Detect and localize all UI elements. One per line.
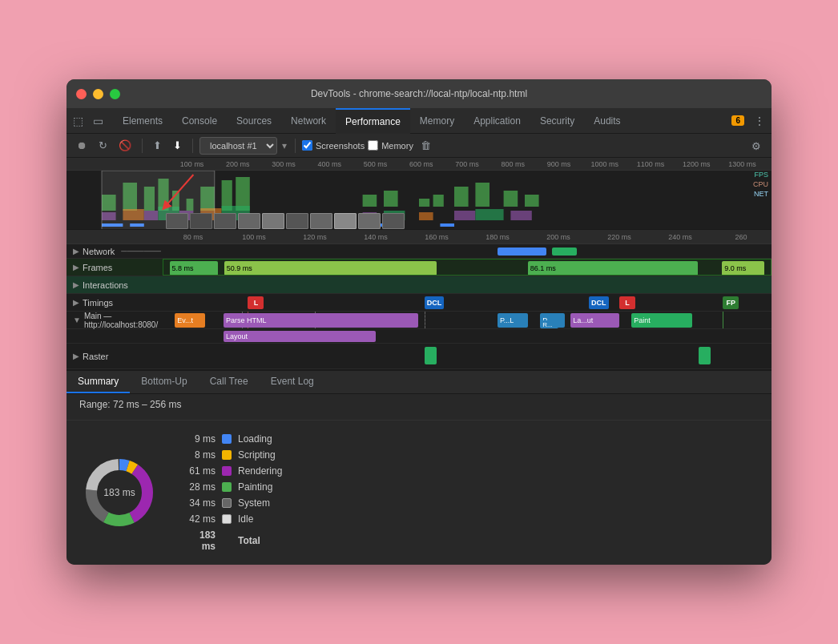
donut-chart: 183 ms xyxy=(79,453,159,533)
stat-painting-dot xyxy=(222,482,232,492)
tab-memory[interactable]: Memory xyxy=(410,108,464,134)
tab-console[interactable]: Console xyxy=(172,108,227,134)
clear-profile-button[interactable]: 🗑 xyxy=(417,137,435,154)
bottom-panel: Summary Bottom-Up Call Tree Event Log Ra… xyxy=(66,369,772,565)
timing-dcl-badge: DCL xyxy=(425,296,445,309)
stat-total-label: Total xyxy=(238,535,260,546)
tab-sources[interactable]: Sources xyxy=(227,108,281,134)
svg-rect-8 xyxy=(236,177,250,211)
ruler-mark-10: 1100 ms xyxy=(627,160,673,168)
frame-block-2[interactable]: 50.9 ms xyxy=(224,261,437,276)
frame-block-1[interactable]: 5.8 ms xyxy=(170,261,219,276)
interactions-label-text: Interactions xyxy=(83,280,128,290)
inspect-icon[interactable]: ⬚ xyxy=(70,111,87,131)
stat-scripting-ms: 8 ms xyxy=(183,449,216,461)
tab-security[interactable]: Security xyxy=(530,108,584,134)
event-parse-html[interactable]: Parse HTML xyxy=(224,313,418,328)
main-mark-3: 140 ms xyxy=(345,233,406,241)
screenshots-checkbox[interactable] xyxy=(302,140,312,151)
screenshots-checkbox-label[interactable]: Screenshots xyxy=(302,140,365,151)
ruler-mark-4: 500 ms xyxy=(353,160,398,168)
screenshots-label: Screenshots xyxy=(316,141,365,151)
main-track-content: Ev...t Parse HTML P...L P... La...ut xyxy=(163,312,772,328)
tab-audits[interactable]: Audits xyxy=(584,108,630,134)
stat-scripting-dot xyxy=(222,450,232,460)
raster-block-1 xyxy=(425,347,437,364)
minimize-button[interactable] xyxy=(93,89,103,99)
raster-content xyxy=(163,344,772,368)
bottom-tab-summary[interactable]: Summary xyxy=(66,371,130,393)
tab-network[interactable]: Network xyxy=(281,108,336,134)
network-label[interactable]: ▶ Network ─────── xyxy=(66,244,163,258)
frames-content[interactable]: 5.8 ms 50.9 ms 86.1 ms 9.0 ms xyxy=(163,259,772,276)
upload-button[interactable]: ⬆ xyxy=(149,137,166,154)
stat-painting: 28 ms Painting xyxy=(183,481,282,493)
event-r[interactable]: R... xyxy=(540,320,558,328)
close-button[interactable] xyxy=(76,89,87,99)
timeline-overview[interactable]: 100 ms 200 ms 300 ms 400 ms 500 ms 600 m… xyxy=(66,158,772,230)
stat-idle-ms: 42 ms xyxy=(183,513,216,525)
memory-checkbox[interactable] xyxy=(368,140,378,151)
download-button[interactable]: ⬇ xyxy=(169,137,186,154)
timing-l-badge: L xyxy=(248,296,264,309)
maximize-button[interactable] xyxy=(110,89,120,99)
stat-system: 34 ms System xyxy=(183,497,282,509)
event-layout[interactable]: Layout xyxy=(224,331,376,342)
stat-total-dot xyxy=(222,536,232,545)
settings-icon[interactable]: ⚙ xyxy=(747,138,765,155)
tabs-bar: ⬚ ▭ Elements Console Sources Network Per… xyxy=(66,108,772,134)
device-icon[interactable]: ▭ xyxy=(90,111,107,131)
bottom-tab-bottom-up[interactable]: Bottom-Up xyxy=(130,371,198,393)
tab-application[interactable]: Application xyxy=(464,108,530,134)
raster-track[interactable]: ▶ Raster xyxy=(66,344,772,369)
stat-system-label: System xyxy=(238,497,270,509)
overview-charts[interactable] xyxy=(66,171,772,230)
more-options-icon[interactable]: ⋮ xyxy=(751,111,768,131)
tab-performance[interactable]: Performance xyxy=(336,108,410,134)
ruler-mark-9: 1000 ms xyxy=(582,160,627,168)
main-mark-2: 120 ms xyxy=(284,233,345,241)
bottom-tab-event-log[interactable]: Event Log xyxy=(260,371,325,393)
main-timeline: 80 ms 100 ms 120 ms 140 ms 160 ms 180 ms… xyxy=(66,230,772,369)
stat-loading-dot xyxy=(222,434,232,444)
range-text: Range: 72 ms – 256 ms xyxy=(66,394,772,421)
toolbar-separator-1 xyxy=(142,139,143,153)
main-ruler: 80 ms 100 ms 120 ms 140 ms 160 ms 180 ms… xyxy=(66,230,772,244)
event-paint[interactable]: Paint xyxy=(631,313,692,328)
overview-ruler: 100 ms 200 ms 300 ms 400 ms 500 ms 600 m… xyxy=(66,158,772,171)
event-pl[interactable]: P...L xyxy=(498,313,528,328)
tab-elements[interactable]: Elements xyxy=(113,108,172,134)
clear-button[interactable]: 🚫 xyxy=(115,137,135,154)
main-label-text: Main — http://localhost:8080/ xyxy=(84,312,163,329)
profile-select[interactable]: localhost #1 xyxy=(199,137,277,155)
timings-content: L DCL DCL L FP xyxy=(163,294,772,311)
record-button[interactable]: ⏺ xyxy=(73,137,91,154)
svg-rect-10 xyxy=(384,191,398,207)
summary-content: 183 ms 9 ms Loading 8 ms Scripting 61 ms xyxy=(66,421,772,565)
stat-rendering-ms: 61 ms xyxy=(183,465,216,477)
main-track[interactable]: ▼ Main — http://localhost:8080/ Ev...t P… xyxy=(66,312,772,329)
bottom-tab-call-tree[interactable]: Call Tree xyxy=(199,371,260,393)
event-evt[interactable]: Ev...t xyxy=(175,313,205,328)
frames-track[interactable]: ▶ Frames 5.8 ms 50.9 ms 86.1 ms 9.0 ms xyxy=(66,259,772,276)
frame-block-3[interactable]: 86.1 ms xyxy=(528,261,698,276)
timings-label: ▶ Timings xyxy=(66,294,163,311)
reload-button[interactable]: ↻ xyxy=(95,137,111,154)
memory-checkbox-label[interactable]: Memory xyxy=(368,140,413,151)
stat-system-dot xyxy=(222,498,232,508)
devtools-window: DevTools - chrome-search://local-ntp/loc… xyxy=(66,79,772,565)
donut-label: 183 ms xyxy=(103,487,135,498)
event-laut[interactable]: La...ut xyxy=(570,313,619,328)
traffic-lights xyxy=(76,89,120,99)
ruler-mark-7: 800 ms xyxy=(490,160,536,168)
timings-track[interactable]: ▶ Timings L DCL DCL L FP xyxy=(66,294,772,312)
frame-block-4[interactable]: 9.0 ms xyxy=(722,261,764,276)
interactions-track[interactable]: ▶ Interactions xyxy=(66,276,772,294)
timing-l2-badge: L xyxy=(619,296,635,309)
timing-dcl2-badge: DCL xyxy=(589,296,609,309)
layout-content: Layout xyxy=(163,329,772,343)
stats-list: 9 ms Loading 8 ms Scripting 61 ms Render… xyxy=(183,433,282,552)
interactions-content xyxy=(163,276,772,293)
main-mark-9: 260 xyxy=(711,233,772,241)
stat-loading: 9 ms Loading xyxy=(183,433,282,445)
